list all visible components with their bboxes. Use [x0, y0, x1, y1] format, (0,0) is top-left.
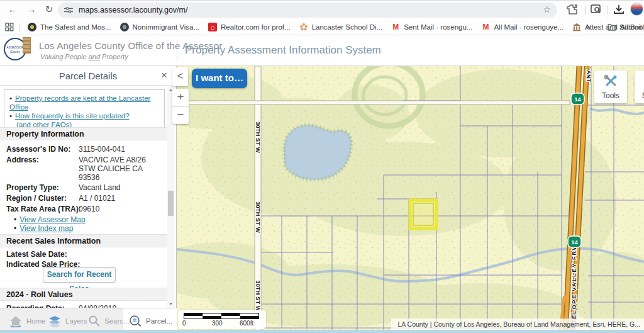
street-label-30th-2: 30TH ST W — [255, 201, 262, 233]
row-value: 93536 — [79, 173, 99, 182]
svg-text:14: 14 — [574, 96, 581, 103]
bookmark-star-icon[interactable]: ☆ — [543, 4, 551, 14]
i-want-to-button[interactable]: I want to… — [192, 69, 247, 88]
close-icon[interactable]: × — [161, 69, 167, 82]
divider — [177, 40, 177, 62]
url-text[interactable]: maps.assessor.lacounty.gov/m/ — [79, 6, 187, 14]
house-icon: ⌂ — [208, 23, 217, 31]
site-info-icon[interactable] — [64, 6, 73, 14]
section-property-information: Property Information — [0, 127, 167, 140]
profile-avatar[interactable] — [630, 3, 643, 16]
folder-icon — [608, 23, 616, 31]
row-value: 3115-004-041 — [79, 145, 125, 154]
street-button[interactable]: Stree — [635, 71, 644, 103]
scalebar-graphic — [184, 313, 259, 319]
row-value: VAC/VIC AVE A8/26 — [79, 155, 146, 164]
link-lancaster-office[interactable]: Property records are kept at the Lancast… — [9, 94, 150, 111]
bank-icon — [572, 23, 581, 31]
divider — [608, 6, 608, 14]
scale-600ft: 600ft — [240, 320, 253, 327]
search-recent-sales-button[interactable]: Search for Recent Sales — [43, 267, 116, 283]
parcel-details-panel: Parcel Details × •Property records are k… — [0, 66, 177, 333]
app-title: Property Assessment Information System — [185, 44, 381, 57]
bookmark-safest[interactable]: The Safest and Mos... — [28, 23, 111, 31]
row-value: STW CALICHE CA — [79, 164, 143, 173]
bookmark-nonimmigrant[interactable]: Nonimmigrant Visa... — [120, 23, 200, 31]
apps-grid-icon[interactable] — [5, 23, 14, 31]
map-bottom-toolbar: Home Layers Searc... Parcel... — [0, 308, 177, 333]
all-bookmarks-folder[interactable]: All Book — [608, 23, 644, 31]
tools-label: Tools — [594, 91, 627, 100]
view-index-map-row: •View Index map — [14, 224, 73, 233]
map-image[interactable]: 30TH ST W 30TH ST W 30TH ST W ANT ANTELO… — [177, 66, 644, 333]
row-label: Tax Rate Area (TRA): — [6, 205, 81, 213]
building-logo — [23, 37, 31, 54]
selected-parcel-highlight[interactable] — [410, 200, 436, 229]
download-icon[interactable] — [613, 3, 625, 16]
reload-icon[interactable]: ↻ — [42, 1, 57, 18]
bookmarks-bar: The Safest and Mos... Nonimmigrant Visa.… — [0, 19, 644, 35]
panel-title-bar: Parcel Details × — [0, 66, 176, 86]
row-value: A1 / 01021 — [79, 194, 115, 203]
divider — [19, 23, 19, 31]
scroll-down-icon[interactable]: ▼ — [167, 300, 174, 308]
divider — [601, 23, 601, 31]
scrollbar-thumb[interactable] — [168, 191, 174, 216]
forward-icon[interactable]: → — [24, 1, 39, 18]
street-label-30th-1: 30TH ST W — [255, 121, 262, 153]
view-assessor-map-row: •View Assessor Map — [14, 215, 86, 224]
tools-icon — [604, 75, 618, 87]
row-value: 09610 — [79, 205, 99, 213]
browser-toolbar: ← → ↻ maps.assessor.lacounty.gov/m/ ☆ — [0, 0, 644, 19]
badge-icon — [28, 23, 36, 31]
home-icon — [9, 315, 23, 327]
bookmark-all-mail[interactable]: M All Mail - rosenguye... — [481, 23, 564, 31]
scale-300: 300 — [212, 320, 223, 327]
layers-icon — [48, 315, 62, 327]
divider — [585, 6, 586, 14]
tab-search-icon[interactable] — [590, 3, 602, 16]
map-canvas[interactable]: 30TH ST W 30TH ST W 30TH ST W ANT ANTELO… — [177, 66, 644, 333]
link-site-updated[interactable]: How frequently is this site updated? — [15, 112, 130, 120]
street-label: Stree — [635, 91, 644, 100]
bookmark-realtor[interactable]: ⌂ Realtor.com for prof... — [208, 23, 291, 31]
freeway-label-top: ANT — [586, 70, 592, 82]
latest-sale-date-label: Latest Sale Date: — [6, 250, 67, 259]
flower-icon — [299, 23, 308, 31]
org-tagline: Valuing People and Property — [40, 53, 128, 60]
row-label: Region / Cluster: — [6, 194, 67, 203]
row-label: Assessor's ID No: — [6, 145, 70, 154]
map-attribution: LA County | County of Los Angeles, Burea… — [391, 319, 644, 330]
row-label: Address: — [6, 155, 39, 164]
window-bottom-edge — [0, 330, 644, 333]
search-icon — [88, 315, 101, 327]
extensions-icon[interactable] — [566, 3, 579, 16]
bookmark-sent-mail[interactable]: M Sent Mail - rosengu... — [391, 23, 472, 31]
section-recent-sales: Recent Sales Information — [0, 234, 167, 247]
row-label: Property Type: — [6, 183, 59, 192]
bookmarks-overflow-chevron[interactable]: » — [586, 23, 591, 32]
panel-title: Parcel Details — [0, 66, 176, 86]
gmail-icon: M — [481, 23, 490, 31]
zoom-in-button[interactable]: + — [172, 89, 189, 106]
gmail-icon: M — [391, 23, 400, 31]
scale-zero: 0 — [182, 320, 186, 327]
tools-button[interactable]: Tools — [594, 71, 627, 103]
svg-text:14: 14 — [571, 239, 578, 246]
bookmark-lancaster[interactable]: Lancaster School Di... — [299, 23, 383, 31]
view-index-map-link[interactable]: View Index map — [19, 224, 73, 233]
panel-collapse-button[interactable]: < — [172, 67, 188, 86]
map-scalebar: 0 300 600ft — [178, 310, 266, 329]
street-label-30th-3: 30TH ST W — [255, 280, 262, 312]
parcel-search-icon — [128, 315, 142, 327]
address-bar[interactable]: maps.assessor.lacounty.gov/m/ ☆ — [58, 3, 557, 18]
globe-icon — [120, 23, 129, 31]
view-assessor-map-link[interactable]: View Assessor Map — [19, 215, 86, 224]
app-header: ASSESSOR County Los Angeles County Offic… — [0, 35, 644, 66]
zoom-out-button[interactable]: − — [172, 106, 189, 124]
row-value: Vacant Land — [79, 183, 121, 192]
back-icon[interactable]: ← — [5, 1, 20, 18]
section-roll-values: 2024 - Roll Values — [0, 288, 167, 301]
